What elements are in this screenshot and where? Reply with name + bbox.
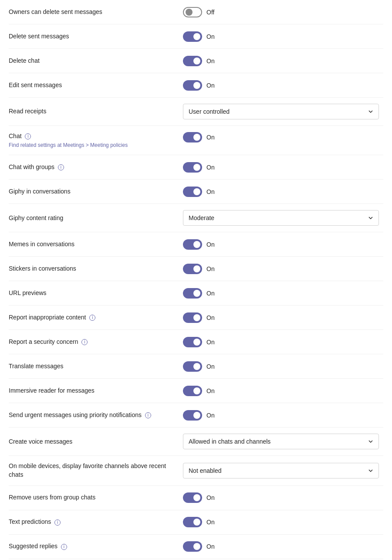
setting-label-giphy-rating: Giphy content rating <box>9 214 170 223</box>
setting-row-text-predictions: Text predictions iOn <box>9 510 383 535</box>
setting-control-delete-chat: On <box>183 56 383 66</box>
toggle-giphy-conversations[interactable] <box>183 187 202 197</box>
toggle-edit-sent[interactable] <box>183 80 202 91</box>
toggle-state-delete-chat: On <box>206 58 215 64</box>
setting-control-edit-sent: On <box>183 80 383 91</box>
info-icon-chat[interactable]: i <box>25 133 31 139</box>
dropdown-create-voice[interactable]: Allowed in chats and channelsNot allowed… <box>183 434 379 449</box>
toggle-state-report-inappropriate: On <box>206 314 215 321</box>
setting-row-giphy-conversations: Giphy in conversationsOn <box>9 180 383 204</box>
setting-control-giphy-conversations: On <box>183 187 383 197</box>
setting-control-owners-delete: Off <box>183 7 383 17</box>
toggle-delete-chat[interactable] <box>183 56 202 66</box>
setting-control-translate-messages: On <box>183 361 383 372</box>
setting-label-delete-chat: Delete chat <box>9 57 170 65</box>
toggle-state-owners-delete: Off <box>206 9 214 16</box>
setting-row-url-previews: URL previewsOn <box>9 281 383 305</box>
setting-row-report-security: Report a security concern iOn <box>9 330 383 354</box>
toggle-immersive-reader[interactable] <box>183 386 202 396</box>
setting-control-remove-users: On <box>183 492 383 503</box>
toggle-memes[interactable] <box>183 239 202 250</box>
setting-label-read-receipts: Read receipts <box>9 107 170 116</box>
setting-control-delete-sent: On <box>183 31 383 42</box>
setting-row-translate-messages: Translate messagesOn <box>9 354 383 379</box>
setting-row-mobile-favorite-channels: On mobile devices, display favorite chan… <box>9 456 383 485</box>
toggle-delete-sent[interactable] <box>183 31 202 42</box>
toggle-state-report-security: On <box>206 339 215 346</box>
setting-row-edit-sent: Edit sent messagesOn <box>9 73 383 98</box>
setting-row-giphy-rating: Giphy content ratingModerateStrictAllow … <box>9 204 383 232</box>
info-icon-suggested-replies[interactable]: i <box>61 544 67 550</box>
setting-label-translate-messages: Translate messages <box>9 362 170 371</box>
setting-label-edit-sent: Edit sent messages <box>9 81 170 90</box>
setting-row-owners-delete: Owners can delete sent messagesOff <box>9 0 383 24</box>
setting-row-stickers: Stickers in conversationsOn <box>9 257 383 281</box>
settings-container: Owners can delete sent messagesOffDelete… <box>0 0 392 560</box>
dropdown-read-receipts[interactable]: User controlledOnOff <box>183 104 379 119</box>
setting-label-delete-sent: Delete sent messages <box>9 32 170 41</box>
toggle-urgent-messages[interactable] <box>183 410 202 421</box>
setting-label-memes: Memes in conversations <box>9 240 170 249</box>
setting-control-report-inappropriate: On <box>183 312 383 323</box>
info-icon-report-security[interactable]: i <box>81 339 88 345</box>
setting-label-chat-groups: Chat with groups i <box>9 163 170 172</box>
toggle-report-security[interactable] <box>183 337 202 347</box>
toggle-text-predictions[interactable] <box>183 517 202 527</box>
toggle-state-translate-messages: On <box>206 363 215 370</box>
info-icon-urgent-messages[interactable]: i <box>145 412 151 418</box>
setting-row-urgent-messages: Send urgent messages using priority noti… <box>9 403 383 428</box>
toggle-state-chat-groups: On <box>206 164 215 171</box>
toggle-owners-delete[interactable] <box>183 7 202 17</box>
setting-label-immersive-reader: Immersive reader for messages <box>9 387 170 395</box>
setting-control-text-predictions: On <box>183 517 383 527</box>
setting-label-chat: Chat iFind related settings at Meetings … <box>9 132 170 149</box>
toggle-state-immersive-reader: On <box>206 387 215 394</box>
setting-label-text-predictions: Text predictions i <box>9 518 170 526</box>
info-icon-text-predictions[interactable]: i <box>54 519 61 526</box>
setting-row-remove-users: Remove users from group chatsOn <box>9 486 383 510</box>
setting-control-report-security: On <box>183 337 383 347</box>
setting-label-create-voice: Create voice messages <box>9 438 170 446</box>
setting-row-report-inappropriate: Report inappropriate content iOn <box>9 305 383 330</box>
setting-label-urgent-messages: Send urgent messages using priority noti… <box>9 411 170 420</box>
toggle-state-edit-sent: On <box>206 82 215 89</box>
toggle-state-chat: On <box>206 134 215 141</box>
setting-row-immersive-reader: Immersive reader for messagesOn <box>9 379 383 403</box>
toggle-stickers[interactable] <box>183 264 202 274</box>
setting-control-read-receipts: User controlledOnOff <box>183 104 383 119</box>
dropdown-giphy-rating[interactable]: ModerateStrictAllow all content <box>183 210 379 226</box>
toggle-suggested-replies[interactable] <box>183 541 202 552</box>
setting-label-remove-users: Remove users from group chats <box>9 493 170 502</box>
setting-row-delete-chat: Delete chatOn <box>9 49 383 73</box>
toggle-url-previews[interactable] <box>183 288 202 299</box>
toggle-remove-users[interactable] <box>183 492 202 503</box>
toggle-state-urgent-messages: On <box>206 412 215 419</box>
toggle-state-giphy-conversations: On <box>206 188 215 195</box>
dropdown-mobile-favorite-channels[interactable]: Not enabledEnabled <box>183 463 379 479</box>
setting-control-stickers: On <box>183 264 383 274</box>
toggle-state-remove-users: On <box>206 494 215 501</box>
toggle-chat[interactable] <box>183 132 202 143</box>
setting-label-url-previews: URL previews <box>9 289 170 298</box>
toggle-state-memes: On <box>206 241 215 248</box>
setting-row-read-receipts: Read receiptsUser controlledOnOff <box>9 98 383 126</box>
toggle-translate-messages[interactable] <box>183 361 202 372</box>
info-icon-report-inappropriate[interactable]: i <box>89 315 95 321</box>
toggle-state-stickers: On <box>206 265 215 272</box>
setting-row-delete-sent: Delete sent messagesOn <box>9 24 383 49</box>
info-icon-chat-groups[interactable]: i <box>58 164 64 170</box>
setting-control-memes: On <box>183 239 383 250</box>
setting-control-chat: On <box>183 132 383 143</box>
setting-label-giphy-conversations: Giphy in conversations <box>9 187 170 196</box>
setting-control-mobile-favorite-channels: Not enabledEnabled <box>183 463 383 479</box>
setting-control-chat-groups: On <box>183 162 383 173</box>
setting-row-chat: Chat iFind related settings at Meetings … <box>9 126 383 155</box>
setting-control-urgent-messages: On <box>183 410 383 421</box>
toggle-report-inappropriate[interactable] <box>183 312 202 323</box>
setting-row-chat-groups: Chat with groups iOn <box>9 155 383 180</box>
toggle-state-text-predictions: On <box>206 519 215 526</box>
setting-label-report-inappropriate: Report inappropriate content i <box>9 313 170 322</box>
toggle-chat-groups[interactable] <box>183 162 202 173</box>
setting-control-giphy-rating: ModerateStrictAllow all content <box>183 210 383 226</box>
setting-label-stickers: Stickers in conversations <box>9 265 170 273</box>
